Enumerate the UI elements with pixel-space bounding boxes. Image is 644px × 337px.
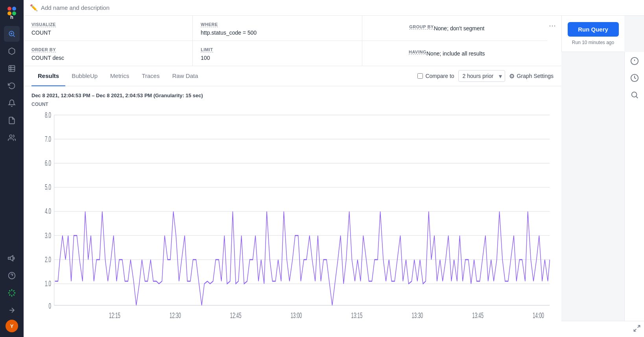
compare-area: Compare to 2 hours prior 1 hour prior 1 … (417, 70, 554, 82)
query-area: VISUALIZE COUNT WHERE http.status_code =… (24, 16, 561, 337)
sidebar-item-table[interactable] (4, 61, 20, 76)
tab-traces[interactable]: Traces (135, 66, 166, 86)
search-user-icon[interactable] (630, 91, 639, 101)
group-by-value: None; don't segment (434, 25, 485, 31)
svg-text:2.0: 2.0 (45, 256, 51, 264)
chart-time-range: Dec 8 2021, 12:04:53 PM – Dec 8 2021, 2:… (31, 93, 554, 98)
limit-cell[interactable]: LIMIT 100 (193, 41, 362, 66)
run-query-area: Run Query Run 10 minutes ago (561, 16, 624, 52)
svg-rect-9 (9, 66, 15, 72)
svg-point-0 (7, 7, 11, 11)
pencil-icon: ✏️ (30, 4, 38, 11)
limit-value: 100 (201, 55, 354, 61)
gear-icon: ⚙ (509, 72, 515, 80)
query-builder: VISUALIZE COUNT WHERE http.status_code =… (24, 16, 561, 66)
svg-text:12:30: 12:30 (170, 311, 181, 320)
svg-text:13:45: 13:45 (472, 311, 483, 320)
svg-text:7.0: 7.0 (45, 135, 51, 143)
info-icon[interactable] (630, 57, 639, 67)
having-value: None; include all results (426, 50, 485, 57)
order-by-label: ORDER BY (31, 47, 56, 52)
compare-label[interactable]: Compare to (417, 73, 454, 79)
svg-line-52 (634, 329, 637, 331)
topbar: ✏️ Add name and description (24, 0, 644, 16)
sidebar-item-arrow[interactable] (4, 302, 20, 318)
tab-metrics[interactable]: Metrics (104, 66, 135, 86)
order-by-cell[interactable]: ORDER BY COUNT desc (24, 41, 193, 66)
having-label: HAVING (409, 50, 426, 55)
results-area: Results BubbleUp Metrics Traces Raw Data… (24, 66, 561, 337)
collapse-icon[interactable] (633, 324, 641, 334)
sidebar-item-status[interactable] (4, 285, 20, 301)
svg-text:4.0: 4.0 (45, 207, 51, 215)
tab-results[interactable]: Results (31, 66, 65, 86)
chart-container[interactable]: 8.0 7.0 6.0 5.0 4.0 3.0 2. (31, 109, 554, 331)
sidebar-item-history[interactable] (4, 78, 20, 94)
svg-text:13:15: 13:15 (351, 311, 363, 320)
svg-line-51 (638, 326, 640, 328)
compare-select-wrapper: 2 hours prior 1 hour prior 1 day prior 1… (458, 70, 505, 82)
sidebar-item-search[interactable] (4, 26, 20, 42)
svg-text:5.0: 5.0 (45, 183, 51, 191)
visualize-value: COUNT (31, 30, 185, 36)
avatar[interactable]: Y (6, 320, 18, 332)
right-icons (624, 52, 644, 321)
more-options-button[interactable]: ⋯ (547, 20, 557, 31)
svg-point-1 (12, 7, 16, 11)
run-time: Run 10 minutes ago (572, 40, 614, 45)
compare-select[interactable]: 2 hours prior 1 hour prior 1 day prior 1… (458, 70, 505, 82)
run-query-button[interactable]: Run Query (568, 22, 619, 37)
svg-text:13:00: 13:00 (291, 311, 302, 320)
tab-bubbleup[interactable]: BubbleUp (65, 66, 104, 86)
clock-icon[interactable] (630, 74, 639, 84)
group-by-cell[interactable]: GROUP BY None; don't segment (362, 16, 531, 41)
sidebar-item-users[interactable] (4, 130, 20, 146)
where-label: WHERE (201, 22, 218, 27)
sidebar-item-help[interactable] (4, 268, 20, 283)
order-by-value: COUNT desc (31, 55, 185, 61)
content-wrapper: VISUALIZE COUNT WHERE http.status_code =… (24, 16, 644, 337)
svg-text:1.0: 1.0 (45, 280, 51, 288)
having-cell[interactable]: HAVING None; include all results (362, 41, 531, 66)
tabs-bar: Results BubbleUp Metrics Traces Raw Data… (24, 66, 561, 86)
svg-text:12:45: 12:45 (230, 311, 242, 320)
tab-rawdata[interactable]: Raw Data (166, 66, 205, 86)
where-cell[interactable]: WHERE http.status_code = 500 (193, 16, 362, 41)
chart-y-label: COUNT (31, 102, 554, 107)
logo: h (5, 5, 19, 20)
svg-text:3.0: 3.0 (45, 231, 51, 240)
visualize-label: VISUALIZE (31, 22, 56, 27)
graph-settings-button[interactable]: ⚙ Graph Settings (509, 72, 554, 80)
limit-label: LIMIT (201, 47, 213, 52)
svg-text:13:30: 13:30 (411, 311, 423, 320)
line-chart: 8.0 7.0 6.0 5.0 4.0 3.0 2. (31, 109, 554, 331)
compare-checkbox[interactable] (417, 73, 423, 79)
where-value: http.status_code = 500 (201, 30, 354, 36)
query-row-2: ORDER BY COUNT desc LIMIT 100 HAVING Non… (24, 41, 547, 66)
sidebar: h Y (0, 0, 24, 337)
bottom-icons (561, 321, 644, 337)
svg-text:12:15: 12:15 (109, 311, 120, 320)
sidebar-item-bell[interactable] (4, 95, 20, 111)
main-content: ✏️ Add name and description VISUALIZE CO… (24, 0, 644, 337)
svg-text:6.0: 6.0 (45, 159, 51, 167)
sidebar-item-cube[interactable] (4, 43, 20, 59)
svg-line-6 (13, 35, 15, 37)
svg-text:0: 0 (49, 302, 52, 310)
right-panel: Run Query Run 10 minutes ago (561, 16, 644, 337)
visualize-cell[interactable]: VISUALIZE COUNT (24, 16, 193, 41)
svg-text:h: h (10, 14, 13, 19)
sidebar-bottom: Y (4, 250, 20, 332)
svg-text:14:00: 14:00 (533, 311, 544, 320)
page-title: Add name and description (41, 4, 109, 11)
svg-point-49 (631, 92, 637, 97)
group-by-label: GROUP BY (409, 24, 434, 30)
chart-area: Dec 8 2021, 12:04:53 PM – Dec 8 2021, 2:… (24, 86, 561, 337)
svg-point-13 (9, 135, 12, 138)
sidebar-item-megaphone[interactable] (4, 250, 20, 266)
sidebar-item-events[interactable] (4, 113, 20, 128)
svg-line-50 (636, 96, 638, 98)
query-row-1: VISUALIZE COUNT WHERE http.status_code =… (24, 16, 547, 41)
svg-text:8.0: 8.0 (45, 111, 51, 119)
svg-rect-14 (8, 257, 10, 259)
